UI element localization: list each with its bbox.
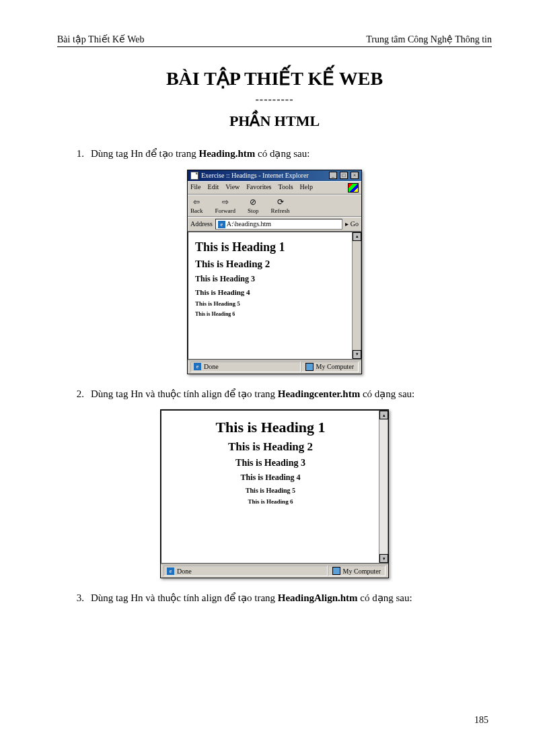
- stop-icon: ⊘: [248, 197, 259, 207]
- menu-view[interactable]: View: [225, 183, 240, 193]
- list-item: 3. Dùng tag Hn và thuộc tính align để tạ…: [57, 590, 492, 606]
- heading-4: This is Heading 4: [168, 473, 373, 483]
- heading-2: This is Heading 2: [195, 259, 346, 270]
- stop-button[interactable]: ⊘Stop: [248, 197, 259, 214]
- menu-file[interactable]: File: [190, 183, 201, 193]
- item-text: Dùng tag Hn để tạo trang Heading.htm có …: [91, 146, 492, 162]
- close-button[interactable]: ×: [351, 172, 359, 179]
- menu-tools[interactable]: Tools: [279, 183, 293, 193]
- item-number: 2.: [57, 386, 91, 402]
- computer-icon: [305, 363, 314, 371]
- status-zone: My Computer: [343, 568, 381, 575]
- content-area: This is Heading 1 This is Heading 2 This…: [161, 410, 388, 563]
- scrollbar[interactable]: ▴ ▾: [352, 232, 361, 359]
- maximize-button[interactable]: □: [340, 172, 348, 179]
- menu-help[interactable]: Help: [300, 183, 313, 193]
- page-number: 185: [474, 715, 488, 726]
- forward-button[interactable]: ⇨Forward: [215, 197, 236, 214]
- header-right: Trung tâm Công Nghệ Thông tin: [366, 34, 492, 45]
- windows-icon: [348, 183, 359, 193]
- statusbar: eDone My Computer: [188, 359, 361, 374]
- heading-6: This is Heading 6: [195, 311, 346, 317]
- back-button[interactable]: ⇦Back: [190, 197, 203, 214]
- item-number: 1.: [57, 146, 91, 162]
- heading-2: This is Heading 2: [168, 440, 373, 454]
- status-zone: My Computer: [316, 363, 354, 370]
- item-number: 3.: [57, 590, 91, 606]
- scroll-up-icon[interactable]: ▴: [379, 411, 388, 419]
- heading-3: This is Heading 3: [168, 458, 373, 469]
- menubar: File Edit View Favorites Tools Help: [188, 181, 361, 195]
- scroll-up-icon[interactable]: ▴: [353, 232, 361, 241]
- page-icon: [190, 172, 198, 180]
- status-done: Done: [177, 568, 192, 575]
- menu-edit[interactable]: Edit: [208, 183, 219, 193]
- content-area: This is Heading 1 This is Heading 2 This…: [188, 232, 361, 359]
- computer-icon: [332, 567, 340, 575]
- forward-icon: ⇨: [215, 197, 236, 207]
- heading-1: This is Heading 1: [195, 240, 346, 254]
- refresh-icon: ⟳: [271, 197, 290, 207]
- address-bar: Address e A:\headings.htm ▸ Go: [188, 217, 361, 232]
- heading-5: This is Heading 5: [195, 300, 346, 307]
- window-title: Exercise :: Headings - Internet Explorer: [201, 172, 326, 179]
- go-button[interactable]: ▸ Go: [345, 220, 359, 228]
- refresh-button[interactable]: ⟳Refresh: [271, 197, 290, 214]
- heading-6: This is Heading 6: [168, 498, 373, 505]
- heading-5: This is Heading 5: [168, 487, 373, 494]
- subtitle: PHẦN HTML: [57, 112, 492, 130]
- toolbar: ⇦Back ⇨Forward ⊘Stop ⟳Refresh: [188, 195, 361, 217]
- heading-4: This is Heading 4: [195, 288, 346, 296]
- ie-window-1: Exercise :: Headings - Internet Explorer…: [187, 170, 362, 374]
- address-label: Address: [190, 220, 213, 228]
- heading-3: This is Heading 3: [195, 274, 346, 284]
- heading-1: This is Heading 1: [168, 419, 373, 436]
- main-title: BÀI TẬP THIẾT KẾ WEB: [57, 67, 492, 90]
- ie-icon: e: [194, 363, 201, 370]
- menu-favorites[interactable]: Favorites: [246, 183, 271, 193]
- scroll-down-icon[interactable]: ▾: [353, 350, 361, 359]
- statusbar: eDone My Computer: [161, 563, 388, 578]
- ie-icon: e: [218, 221, 225, 228]
- item-text: Dùng tag Hn và thuộc tính align để tạo t…: [91, 386, 492, 402]
- scrollbar[interactable]: ▴ ▾: [379, 411, 388, 563]
- list-item: 2. Dùng tag Hn và thuộc tính align để tạ…: [57, 386, 492, 402]
- title-divider: ---------: [57, 94, 492, 106]
- titlebar: Exercise :: Headings - Internet Explorer…: [188, 170, 361, 181]
- item-text: Dùng tag Hn và thuộc tính align để tạo t…: [91, 590, 492, 606]
- scroll-down-icon[interactable]: ▾: [379, 554, 388, 563]
- back-icon: ⇦: [190, 197, 203, 207]
- header-left: Bài tập Thiết Kế Web: [57, 34, 145, 45]
- ie-icon: e: [167, 568, 174, 575]
- minimize-button[interactable]: _: [329, 172, 337, 179]
- ie-window-2: This is Heading 1 This is Heading 2 This…: [160, 409, 389, 578]
- status-done: Done: [204, 363, 219, 370]
- list-item: 1. Dùng tag Hn để tạo trang Heading.htm …: [57, 146, 492, 162]
- address-input[interactable]: e A:\headings.htm: [215, 219, 342, 230]
